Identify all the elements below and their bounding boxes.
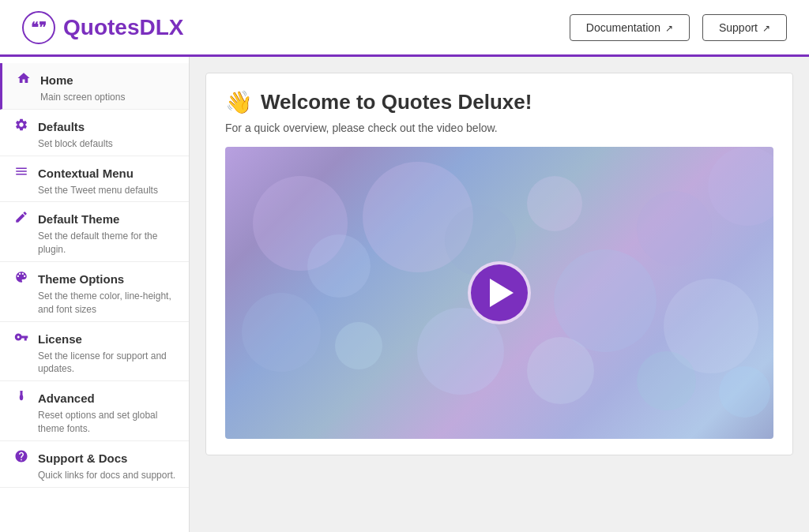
defaults-title: Defaults <box>38 120 85 133</box>
sidebar-item-contextual-menu[interactable]: Contextual Menu Set the Tweet menu defau… <box>0 156 189 203</box>
sidebar-item-default-theme-row: Default Theme <box>13 210 176 228</box>
sidebar: Home Main screen options Defaults Set bl… <box>0 57 190 532</box>
external-link-icon-2 <box>762 21 770 34</box>
sidebar-item-home[interactable]: Home Main screen options <box>0 63 189 110</box>
welcome-wave-icon: 👋 <box>225 89 253 115</box>
header-buttons: Documentation Support <box>570 14 787 41</box>
logo: ❝❞ QuotesDLX <box>22 11 183 44</box>
sidebar-item-defaults[interactable]: Defaults Set block defaults <box>0 110 189 156</box>
sidebar-item-support-docs[interactable]: Support & Docs Quick links for docs and … <box>0 441 189 488</box>
advanced-desc: Reset options and set global theme fonts… <box>13 409 176 436</box>
defaults-desc: Set block defaults <box>13 137 176 151</box>
sidebar-item-license[interactable]: License Set the license for support and … <box>0 322 189 382</box>
sidebar-item-default-theme[interactable]: Default Theme Set the default theme for … <box>0 202 189 262</box>
play-button-container[interactable] <box>468 261 531 324</box>
sidebar-item-advanced-row: Advanced <box>13 389 176 407</box>
support-label: Support <box>719 21 758 34</box>
default-theme-title: Default Theme <box>38 212 119 226</box>
welcome-subtitle: For a quick overview, please check out t… <box>225 122 773 134</box>
play-triangle-icon <box>490 279 514 307</box>
welcome-title: Welcome to Quotes Deluxe! <box>261 90 532 114</box>
logo-brand-dlx: DLX <box>139 15 183 39</box>
default-theme-desc: Set the default theme for the plugin. <box>13 230 176 257</box>
documentation-button[interactable]: Documentation <box>570 14 690 41</box>
license-title: License <box>38 332 82 346</box>
welcome-header: 👋 Welcome to Quotes Deluxe! <box>225 89 773 115</box>
svg-point-0 <box>20 395 24 401</box>
home-desc: Main screen options <box>15 91 176 104</box>
sidebar-item-license-row: License <box>13 330 176 348</box>
svg-rect-1 <box>21 391 23 395</box>
play-button[interactable] <box>468 261 531 324</box>
contextual-menu-icon <box>13 164 30 182</box>
sidebar-item-theme-options-row: Theme Options <box>13 270 176 288</box>
sidebar-item-theme-options[interactable]: Theme Options Set the theme color, line-… <box>0 262 189 322</box>
defaults-icon <box>13 118 30 136</box>
default-theme-icon <box>13 210 30 228</box>
logo-brand-color: Quotes <box>63 15 139 39</box>
support-docs-title: Support & Docs <box>38 451 127 465</box>
contextual-menu-title: Contextual Menu <box>38 167 134 180</box>
sidebar-item-home-row: Home <box>15 71 176 89</box>
support-button[interactable]: Support <box>702 14 787 41</box>
logo-icon: ❝❞ <box>22 11 55 44</box>
video-container[interactable] <box>225 147 773 439</box>
sidebar-item-advanced[interactable]: Advanced Reset options and set global th… <box>0 381 189 441</box>
license-desc: Set the license for support and updates. <box>13 350 176 377</box>
documentation-label: Documentation <box>586 21 660 34</box>
sidebar-item-defaults-row: Defaults <box>13 118 176 136</box>
theme-options-icon <box>13 270 30 288</box>
advanced-title: Advanced <box>38 392 95 405</box>
sidebar-item-support-docs-row: Support & Docs <box>13 449 176 467</box>
support-docs-icon <box>13 449 30 467</box>
main-layout: Home Main screen options Defaults Set bl… <box>0 57 809 532</box>
logo-text: QuotesDLX <box>63 15 183 40</box>
welcome-card: 👋 Welcome to Quotes Deluxe! For a quick … <box>205 73 793 455</box>
home-icon <box>15 71 32 89</box>
sidebar-item-contextual-row: Contextual Menu <box>13 164 176 182</box>
license-icon <box>13 330 30 348</box>
contextual-menu-desc: Set the Tweet menu defaults <box>13 184 176 197</box>
theme-options-title: Theme Options <box>38 272 124 286</box>
svg-rect-2 <box>21 391 23 392</box>
main-content: 👋 Welcome to Quotes Deluxe! For a quick … <box>190 57 809 532</box>
theme-options-desc: Set the theme color, line-height, and fo… <box>13 290 176 317</box>
advanced-icon <box>13 389 30 407</box>
header: ❝❞ QuotesDLX Documentation Support <box>0 0 809 57</box>
support-docs-desc: Quick links for docs and support. <box>13 469 176 482</box>
external-link-icon <box>665 21 673 34</box>
home-title: Home <box>40 73 73 87</box>
